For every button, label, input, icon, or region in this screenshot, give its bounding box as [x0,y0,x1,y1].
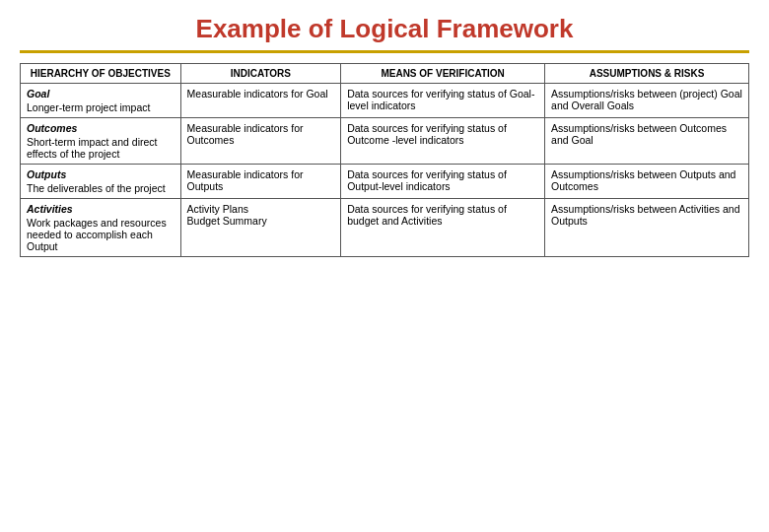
table-row: Activities Work packages and resources n… [21,199,749,257]
row3-col2: Measurable indicators for Outputs [180,165,341,199]
row4-col2: Activity Plans Budget Summary [180,199,341,257]
row2-col4: Assumptions/risks between Outcomes and G… [545,118,749,165]
gold-divider [20,50,749,53]
table-row: Outputs The deliverables of the project … [21,165,749,199]
row3-col3: Data sources for verifying status of Out… [341,165,545,199]
page-title: Example of Logical Framework [196,14,574,44]
col-header-1: HIERARCHY OF OBJECTIVES [21,64,181,84]
row2-col3: Data sources for verifying status of Out… [341,118,545,165]
table-row: Goal Longer-term project impact Measurab… [21,84,749,118]
col-header-2: INDICATORS [180,64,341,84]
row2-col2: Measurable indicators for Outcomes [180,118,341,165]
row1-col3: Data sources for verifying status of Goa… [341,84,545,118]
row3-col1: Outputs The deliverables of the project [21,165,181,199]
col-header-4: ASSUMPTIONS & RISKS [545,64,749,84]
row1-col4: Assumptions/risks between (project) Goal… [545,84,749,118]
row1-col2: Measurable indicators for Goal [180,84,341,118]
logical-framework-table: HIERARCHY OF OBJECTIVES INDICATORS MEANS… [20,63,749,257]
row4-col4: Assumptions/risks between Activities and… [545,199,749,257]
row3-col4: Assumptions/risks between Outputs and Ou… [545,165,749,199]
page: Example of Logical Framework HIERARCHY O… [0,0,769,532]
row4-col1: Activities Work packages and resources n… [21,199,181,257]
table-row: Outcomes Short-term impact and direct ef… [21,118,749,165]
row1-col1: Goal Longer-term project impact [21,84,181,118]
row4-col3: Data sources for verifying status of bud… [341,199,545,257]
row2-col1: Outcomes Short-term impact and direct ef… [21,118,181,165]
col-header-3: MEANS OF VERIFICATION [341,64,545,84]
